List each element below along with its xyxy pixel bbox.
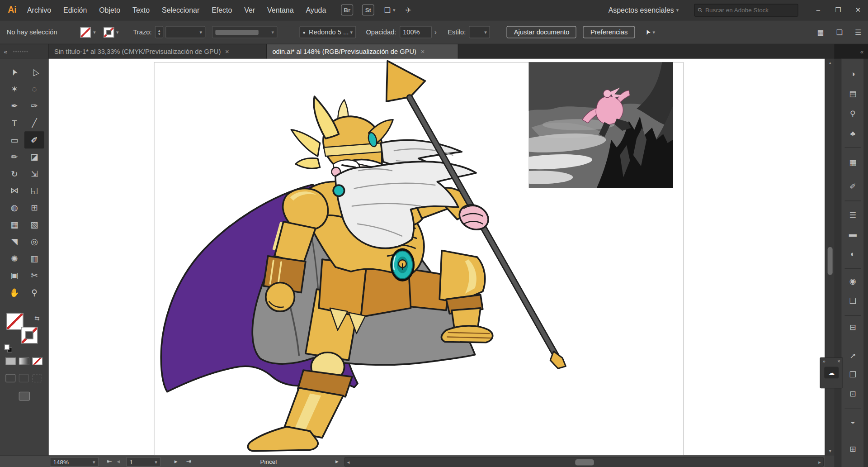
toolbar-collapse-icon[interactable]: « [4,48,8,55]
blend-tool[interactable]: ◎ [24,233,44,250]
reference-image[interactable] [506,62,673,188]
artboards-panel-icon[interactable]: ⊡ [841,389,864,398]
tab-odin-ai[interactable]: odin.ai* al 148% (RGB/Previsualización d… [267,44,458,59]
toolbar-grip[interactable] [13,50,28,52]
zoom-tool[interactable]: ⚲ [24,284,44,301]
gradient-panel-icon[interactable]: ▬ [841,229,864,238]
brush-definition-select[interactable]: ● Redondo 5 ... ▾ [299,26,356,38]
dock-collapse-icon[interactable]: « [860,48,864,55]
default-swatches-icon[interactable] [5,345,14,353]
scale-tool[interactable]: ⇲ [24,166,44,182]
recolor-panel-icon[interactable]: ⚲ [841,109,864,118]
menu-seleccionar[interactable]: Seleccionar [156,6,206,14]
rotate-tool[interactable]: ↻ [5,166,24,182]
menu-archivo[interactable]: Archivo [21,6,57,14]
free-transform-tool[interactable]: ◱ [24,182,44,199]
preferences-button[interactable]: Preferencias [583,26,635,38]
eyedropper-tool[interactable]: ◥ [5,233,24,250]
line-segment-tool[interactable]: ╱ [24,114,44,131]
menu-objeto[interactable]: Objeto [93,6,127,14]
slice-tool[interactable]: ✂ [24,267,44,284]
asset-export-panel-icon[interactable]: ↗ [841,351,864,360]
toolbar-header[interactable]: « [0,44,49,59]
stroke-weight-select[interactable]: ▾ [165,26,205,38]
workspace-switcher[interactable]: Aspectos esenciales ▾ [609,6,679,14]
artboard-tool[interactable]: ▣ [5,267,24,284]
draw-inside-button[interactable] [32,374,42,382]
width-tool[interactable]: ⋈ [5,182,24,199]
tab-sin-titulo-1[interactable]: Sin título-1* al 33,33% (CMYK/Previsuali… [49,44,267,59]
type-tool[interactable]: T [5,114,24,131]
draw-behind-button[interactable] [19,374,29,382]
close-button[interactable]: ✕ [848,0,868,20]
swap-fill-stroke-icon[interactable]: ⇆ [34,315,39,322]
float-close-icon[interactable]: × [837,358,840,364]
width-profile-select[interactable]: ▾ [212,26,277,38]
dock-header[interactable]: « [834,44,868,59]
arrange-documents-icon[interactable]: ❏ [384,6,391,14]
zoom-select[interactable]: 148% ▾ [50,457,99,467]
stepper-down-icon[interactable]: ▾ [158,32,160,36]
stroke-color-swatch[interactable] [104,27,114,37]
scroll-down-icon[interactable]: ▾ [826,449,835,454]
swatches-panel-icon[interactable]: ▦ [841,158,864,167]
stroke-swatch[interactable] [21,327,38,343]
status-flyout-icon[interactable]: ▸ [335,457,339,465]
color-mode-button[interactable] [5,357,16,365]
brushes-panel-icon[interactable]: ✐ [841,182,864,191]
magic-wand-tool[interactable]: ✶ [5,81,24,97]
artboard-first-button[interactable]: ⇤ [107,457,112,465]
draw-normal-button[interactable] [5,374,15,382]
pen-tool[interactable]: ✒ [5,98,24,114]
stepper-up-icon[interactable]: ▴ [158,28,160,32]
fill-color-swatch[interactable] [80,27,91,37]
fill-chevron-icon[interactable]: ▾ [93,29,96,35]
ai-cursor-chevron-icon[interactable]: ▾ [653,29,656,35]
gradient-mode-button[interactable] [19,357,29,365]
column-graph-tool[interactable]: ▥ [24,250,44,267]
stroke-panel-icon[interactable]: ☰ [841,210,864,219]
menu-ventana[interactable]: Ventana [261,6,300,14]
search-input[interactable] [705,7,788,14]
curvature-tool[interactable]: ✑ [24,98,44,114]
pattern-panel-icon[interactable]: ◒ [841,417,864,426]
fit-document-button[interactable]: Ajustar documento [507,26,576,38]
color-panel-icon[interactable]: ◑ [841,69,864,78]
share-icon[interactable]: ✈ [406,6,411,14]
panel-dock-icon[interactable]: ❏ [836,28,843,36]
menu-texto[interactable]: Texto [127,6,156,14]
scroll-up-icon[interactable]: ▴ [826,60,835,65]
artboard-last-button[interactable]: ⇥ [186,457,191,465]
vertical-scroll-thumb[interactable] [828,247,833,275]
style-select[interactable]: ▾ [469,26,491,38]
transparency-panel-icon[interactable]: ◐ [841,249,864,258]
canvas-area[interactable] [49,59,825,456]
tab-close-icon[interactable]: × [421,48,425,55]
horizontal-scroll-thumb[interactable] [575,459,594,465]
menu-ver[interactable]: Ver [238,6,261,14]
pencil-tool[interactable]: ✏ [5,148,24,165]
artboard-next-button[interactable]: ▸ [175,457,178,465]
creative-cloud-icon[interactable]: ☁ [824,367,839,379]
ai-cursor-icon[interactable]: ➤ [645,28,650,36]
opacity-flyout-icon[interactable]: › [434,28,437,36]
opacity-input[interactable]: 100% [400,26,432,38]
brooch[interactable] [333,185,344,196]
stroke-weight-stepper[interactable]: ▴ ▾ [155,26,163,38]
menu-ayuda[interactable]: Ayuda [300,6,332,14]
minimize-button[interactable]: – [808,0,828,20]
panel-menu-icon[interactable]: ☰ [855,28,861,36]
layers-panel-icon[interactable]: ❐ [841,370,864,379]
eraser-tool[interactable]: ◪ [24,148,44,165]
color-guide-panel-icon[interactable]: ▤ [841,89,864,98]
paintbrush-tool[interactable]: ✐ [24,132,44,148]
graphic-styles-panel-icon[interactable]: ❏ [841,296,864,305]
tab-close-icon[interactable]: × [225,48,229,55]
arrange-chevron-icon[interactable]: ▾ [393,7,396,13]
right-boot[interactable] [441,326,492,343]
hand-tool[interactable]: ✋ [5,284,24,301]
appearance-panel-icon[interactable]: ◉ [841,276,864,286]
grid-snap-icon[interactable]: ▦ [817,28,824,36]
horizontal-scrollbar[interactable]: ◂ ▸ [344,457,824,467]
menu-edicion[interactable]: Edición [57,6,93,14]
